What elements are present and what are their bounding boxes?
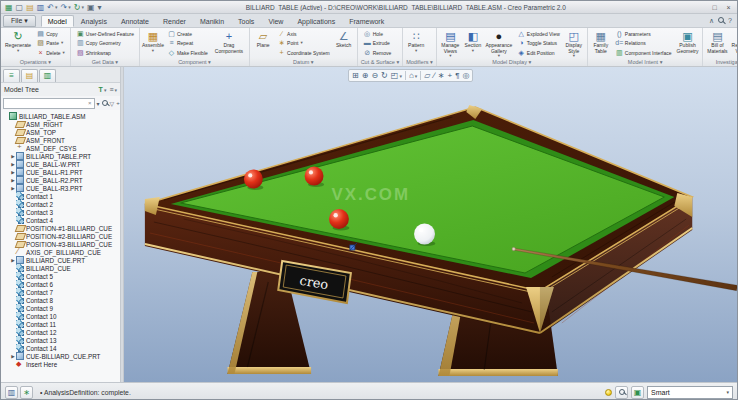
tree-item-position-2-billiard-cue[interactable]: POSITION-#2-BILLIARD_CUE: [3, 232, 120, 240]
tab-tools[interactable]: Tools: [231, 15, 261, 27]
ribbon-drag-components-button[interactable]: +Drag Components: [211, 29, 247, 58]
ribbon-display-style-button[interactable]: ◰Display Style▾: [563, 29, 585, 58]
tree-item-billiard-table-prt[interactable]: ▶BILLIARD_TABLE.PRT: [3, 152, 120, 160]
datum-points-button[interactable]: ∗: [437, 70, 446, 81]
ribbon-sketch-button[interactable]: ∠Sketch: [333, 29, 355, 58]
tree-item-asm-def-csys[interactable]: ASM_DEF_CSYS: [3, 144, 120, 152]
display-style-button[interactable]: ◰▾: [390, 70, 403, 81]
qat-undo-button[interactable]: ↶▾: [46, 2, 58, 13]
ribbon-publish-geometry-button[interactable]: ▣Publish Geometry: [675, 29, 701, 58]
qat-app-button[interactable]: ▦: [4, 2, 14, 13]
tree-item-contact-10[interactable]: Contact 10: [3, 312, 120, 320]
spin-center-button[interactable]: ◎: [461, 70, 470, 81]
tree-item-contact-13[interactable]: Contact 13: [3, 336, 120, 344]
ribbon-copy-geometry-button[interactable]: ▥Copy Geometry: [74, 39, 136, 49]
notification-bulb-icon[interactable]: [605, 389, 612, 396]
ribbon-bill-of-materials-button[interactable]: ▤Bill of Materials: [705, 29, 729, 58]
ribbon-regenerate-button[interactable]: ↻Regenerate▾: [3, 29, 33, 58]
tab-manikin[interactable]: Manikin: [193, 15, 231, 27]
tree-item-contact-7[interactable]: Contact 7: [3, 288, 120, 296]
ribbon-hole-button[interactable]: ◎Hole: [361, 29, 394, 39]
tab-analysis[interactable]: Analysis: [74, 15, 114, 27]
tree-item-contact-14[interactable]: Contact 14: [3, 344, 120, 352]
ribbon-section-button[interactable]: ◧Section▾: [462, 29, 484, 58]
ribbon-toggle-status-button[interactable]: ◑Toggle Status: [515, 39, 562, 49]
refit-button[interactable]: ⊞: [351, 70, 360, 81]
event-manager-button[interactable]: ▥: [5, 386, 18, 399]
tree-item-insert-here[interactable]: Insert Here: [3, 360, 120, 368]
tree-item-cue-ball-w-prt[interactable]: ▶CUE_BALL-W.PRT: [3, 160, 120, 168]
zoom-out-button[interactable]: ⊖: [370, 70, 379, 81]
zoom-in-button[interactable]: ⊕: [361, 70, 370, 81]
file-menu-button[interactable]: File ▾: [3, 15, 36, 27]
ribbon-group-label[interactable]: Operations ▾: [1, 58, 70, 66]
tree-item-asm-top[interactable]: ASM_TOP: [3, 128, 120, 136]
ribbon-plane-button[interactable]: ▱Plane: [252, 29, 274, 58]
ribbon-group-label[interactable]: Modifiers ▾: [403, 58, 436, 66]
ribbon-coordinate-system-button[interactable]: +Coordinate System: [275, 48, 332, 58]
red-ball[interactable]: [329, 209, 349, 229]
model-tree-tab[interactable]: ≡: [3, 69, 20, 82]
csys-display-button[interactable]: +: [446, 70, 453, 81]
tree-item-cue-ball-r3-prt[interactable]: ▶CUE_BALL-R3.PRT: [3, 184, 120, 192]
ribbon-family-table-button[interactable]: ▦Family Table: [590, 29, 612, 58]
tree-item-cue-ball-r1-prt[interactable]: ▶CUE_BALL-R1.PRT: [3, 168, 120, 176]
ribbon-edit-position-button[interactable]: ◈Edit Position: [515, 48, 562, 58]
ribbon-extrude-button[interactable]: ▬Extrude: [361, 39, 394, 49]
tree-item-contact-6[interactable]: Contact 6: [3, 280, 120, 288]
tab-model[interactable]: Model: [41, 15, 74, 27]
tree-item-contact-8[interactable]: Contact 8: [3, 296, 120, 304]
ribbon-create-button[interactable]: ▢Create: [165, 29, 210, 39]
tree-item-contact-12[interactable]: Contact 12: [3, 328, 120, 336]
ribbon-remove-button[interactable]: ⊘Remove: [361, 48, 394, 58]
tree-item-contact-9[interactable]: Contact 9: [3, 304, 120, 312]
tab-annotate[interactable]: Annotate: [114, 15, 156, 27]
search-dropdown-button[interactable]: ▾: [97, 100, 100, 107]
tree-item-billiard-cue-prt[interactable]: ▶BILLIARD_CUE.PRT: [3, 256, 120, 264]
ribbon-group-label[interactable]: Component ▾: [140, 58, 249, 66]
ribbon-exploded-view-button[interactable]: △Exploded View: [515, 29, 562, 39]
ribbon-group-label[interactable]: Model Display ▾: [437, 58, 587, 66]
tree-item-position-3-billiard-cue[interactable]: POSITION-#3-BILLIARD_CUE: [3, 240, 120, 248]
ribbon-shrinkwrap-button[interactable]: ▧Shrinkwrap: [74, 48, 136, 58]
ribbon-copy-button[interactable]: ▤Copy: [34, 29, 67, 39]
tree-search-box[interactable]: ×: [3, 98, 95, 109]
ribbon-reference-viewer-button[interactable]: ◉Reference Viewer: [729, 29, 737, 58]
select-box-button[interactable]: ▣: [631, 386, 644, 399]
qat-save-button[interactable]: ▥: [36, 2, 46, 13]
annotations-button[interactable]: ¶: [454, 70, 460, 81]
ribbon-make-flexible-button[interactable]: ◇Make Flexible: [165, 48, 210, 58]
ribbon-user-defined-feature-button[interactable]: ▣User-Defined Feature: [74, 29, 136, 39]
expand-all-button[interactable]: +: [116, 100, 120, 106]
qat-regenerate-button[interactable]: ↻▾: [73, 2, 85, 13]
clear-search-icon[interactable]: ×: [88, 100, 92, 106]
repaint-button[interactable]: ↻: [380, 70, 389, 81]
tree-item-contact-4[interactable]: Contact 4: [3, 216, 120, 224]
ribbon-group-label[interactable]: Cut & Surface ▾: [358, 58, 403, 66]
ribbon-parameters-button[interactable]: ()Parameters: [613, 29, 674, 39]
find-button[interactable]: [102, 100, 108, 107]
tree-settings-button[interactable]: T ▾: [99, 86, 107, 93]
filter-button[interactable]: ▽: [110, 100, 115, 107]
qat-window-button[interactable]: ▣: [86, 2, 96, 13]
tab-applications[interactable]: Applications: [290, 15, 342, 27]
favorites-tab[interactable]: ▥: [39, 69, 56, 82]
tree-item-position-1-billiard-cue[interactable]: POSITION-#1-BILLIARD_CUE: [3, 224, 120, 232]
tree-item-cue-ball-r2-prt[interactable]: ▶CUE_BALL-R2.PRT: [3, 176, 120, 184]
red-ball[interactable]: [244, 170, 263, 189]
ribbon-point-button[interactable]: ∗Point▾: [275, 39, 332, 49]
collapse-ribbon-button[interactable]: ∧: [709, 17, 714, 25]
saved-orientations-button[interactable]: ⌂▾: [408, 70, 418, 81]
tree-item-contact-1[interactable]: Contact 1: [3, 192, 120, 200]
qat-new-button[interactable]: ▢: [15, 2, 25, 13]
tree-item-contact-11[interactable]: Contact 11: [3, 320, 120, 328]
find-button[interactable]: [615, 386, 628, 399]
ribbon-group-label[interactable]: Datum ▾: [250, 58, 357, 66]
ribbon-assemble-button[interactable]: ▦Assemble▾: [142, 29, 164, 58]
red-ball[interactable]: [305, 167, 324, 186]
tab-view[interactable]: View: [261, 15, 290, 27]
ribbon-repeat-button[interactable]: ≡Repeat: [165, 39, 210, 49]
tree-item-asm-right[interactable]: ASM_RIGHT: [3, 120, 120, 128]
tree-item-billiard-cue[interactable]: BILLIARD_CUE: [3, 264, 120, 272]
tree-item-contact-5[interactable]: Contact 5: [3, 272, 120, 280]
